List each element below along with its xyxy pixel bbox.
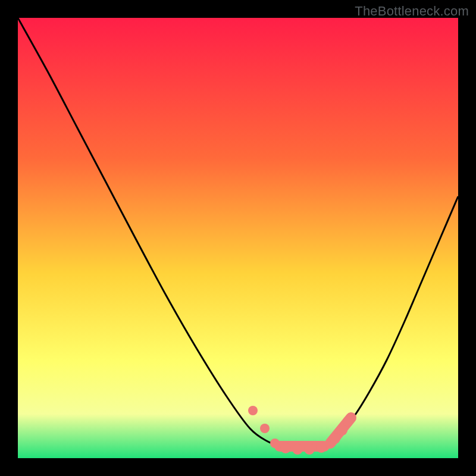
bead-dot [248,406,258,415]
curve-left-branch [18,18,280,445]
bead-dot [330,433,340,444]
bead-dot [337,425,347,436]
bead-dot [343,416,353,427]
bead-dot [280,443,291,453]
bead-dot [260,424,270,433]
curve-right-branch [321,196,458,445]
watermark-text: TheBottleneck.com [355,4,469,19]
frame: TheBottleneck.com [0,0,476,476]
valley-beads [248,406,353,455]
plot-area [18,18,458,458]
bead-dot [304,444,315,455]
chart-curve [18,18,458,458]
bead-dot [270,439,280,448]
bead-dot [292,444,303,455]
bead-dot [316,442,327,453]
